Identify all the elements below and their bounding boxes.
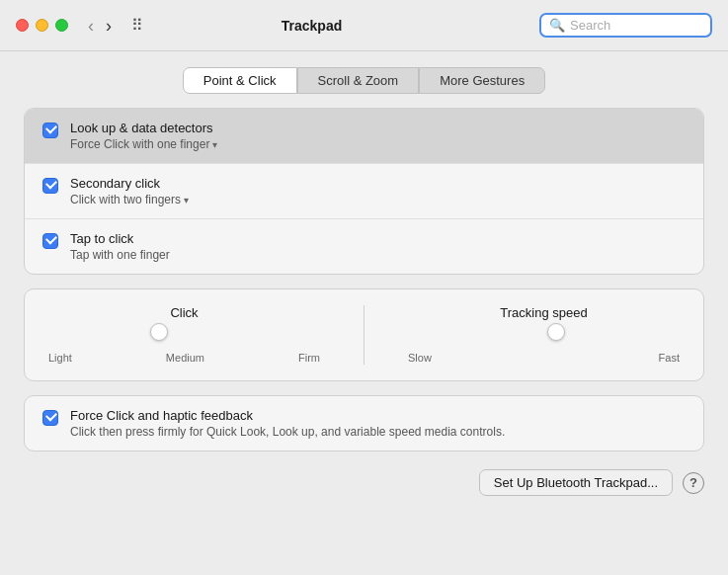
bottom-row: Set Up Bluetooth Trackpad... ? bbox=[24, 465, 704, 498]
tab-scroll-zoom[interactable]: Scroll & Zoom bbox=[297, 67, 420, 94]
tab-bar: Point & Click Scroll & Zoom More Gesture… bbox=[24, 67, 704, 94]
look-up-text: Look up & data detectors Force Click wit… bbox=[70, 121, 217, 151]
tracking-marker-fast: Fast bbox=[659, 352, 680, 364]
force-click-checkbox[interactable] bbox=[42, 410, 58, 426]
look-up-chevron: ▾ bbox=[212, 139, 217, 150]
tracking-marker-slow: Slow bbox=[408, 352, 432, 364]
sliders-row: Click Light Medium Firm Tracking speed S… bbox=[48, 305, 680, 365]
window-title: Trackpad bbox=[96, 18, 527, 34]
secondary-click-title: Secondary click bbox=[70, 176, 189, 191]
force-click-subtitle: Click then press firmly for Quick Look, … bbox=[70, 425, 505, 439]
tap-to-click-subtitle: Tap with one finger bbox=[70, 248, 170, 262]
look-up-checkbox[interactable] bbox=[42, 123, 58, 138]
click-marker-firm: Firm bbox=[298, 352, 320, 364]
tracking-slider[interactable] bbox=[408, 326, 680, 346]
click-slider-label: Click bbox=[170, 305, 198, 320]
secondary-click-subtitle[interactable]: Click with two fingers ▾ bbox=[70, 193, 189, 206]
tab-more-gestures[interactable]: More Gestures bbox=[419, 67, 545, 94]
look-up-subtitle[interactable]: Force Click with one finger ▾ bbox=[70, 137, 217, 151]
force-click-title: Force Click and haptic feedback bbox=[70, 408, 505, 423]
tracking-slider-label: Tracking speed bbox=[500, 305, 587, 320]
secondary-click-text: Secondary click Click with two fingers ▾ bbox=[70, 176, 189, 206]
titlebar: ‹ › ⠿ Trackpad 🔍 bbox=[0, 0, 728, 51]
settings-panel: Look up & data detectors Force Click wit… bbox=[24, 108, 704, 275]
tap-to-click-row: Tap to click Tap with one finger bbox=[25, 219, 703, 274]
tap-to-click-checkbox[interactable] bbox=[42, 233, 58, 249]
tap-to-click-title: Tap to click bbox=[70, 231, 170, 246]
click-slider[interactable] bbox=[48, 326, 320, 346]
search-input[interactable] bbox=[570, 18, 702, 33]
look-up-checkbox-wrap bbox=[42, 123, 58, 138]
tap-to-click-text: Tap to click Tap with one finger bbox=[70, 231, 170, 262]
maximize-button[interactable] bbox=[55, 19, 68, 32]
help-button[interactable]: ? bbox=[683, 472, 704, 494]
click-slider-markers: Light Medium Firm bbox=[48, 352, 320, 364]
bluetooth-button[interactable]: Set Up Bluetooth Trackpad... bbox=[479, 469, 673, 496]
click-marker-medium: Medium bbox=[166, 352, 204, 364]
secondary-click-checkbox[interactable] bbox=[42, 178, 58, 194]
secondary-click-row: Secondary click Click with two fingers ▾ bbox=[25, 164, 703, 219]
tracking-slider-markers: Slow Fast bbox=[408, 352, 680, 364]
tracking-slider-group: Tracking speed Slow Fast bbox=[408, 305, 680, 364]
tab-point-click[interactable]: Point & Click bbox=[183, 67, 297, 94]
minimize-button[interactable] bbox=[36, 19, 48, 32]
search-box: 🔍 bbox=[539, 13, 712, 38]
force-click-panel: Force Click and haptic feedback Click th… bbox=[24, 395, 704, 452]
click-slider-group: Click Light Medium Firm bbox=[48, 305, 320, 364]
slider-divider bbox=[364, 305, 364, 365]
main-content: Point & Click Scroll & Zoom More Gesture… bbox=[0, 51, 728, 575]
force-click-text: Force Click and haptic feedback Click th… bbox=[70, 408, 505, 439]
sliders-section: Click Light Medium Firm Tracking speed S… bbox=[24, 288, 704, 381]
close-button[interactable] bbox=[16, 19, 29, 32]
look-up-row: Look up & data detectors Force Click wit… bbox=[25, 109, 703, 164]
click-marker-light: Light bbox=[48, 352, 72, 364]
look-up-title: Look up & data detectors bbox=[70, 121, 217, 135]
search-icon: 🔍 bbox=[549, 18, 565, 33]
force-click-row: Force Click and haptic feedback Click th… bbox=[25, 396, 703, 451]
secondary-click-chevron: ▾ bbox=[184, 195, 189, 205]
traffic-lights bbox=[16, 19, 68, 32]
